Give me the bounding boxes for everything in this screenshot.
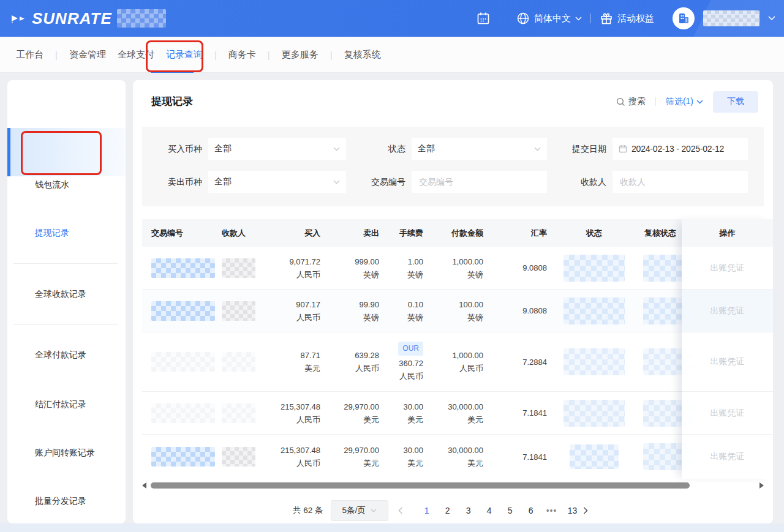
sidebar-divider bbox=[13, 263, 118, 264]
masked-status bbox=[564, 298, 625, 324]
payment-voucher-link[interactable]: 出账凭证 bbox=[710, 263, 745, 274]
scroll-left-arrow-icon[interactable] bbox=[142, 482, 146, 489]
payee-input[interactable] bbox=[619, 176, 742, 187]
buy-currency-select[interactable]: 全部 bbox=[208, 138, 346, 160]
page-button-3[interactable]: 3 bbox=[458, 506, 479, 515]
table-row[interactable]: 87.71美元 639.28人民币 OUR 360.72人民币 1,000.00… bbox=[142, 332, 764, 392]
masked-payee bbox=[222, 352, 255, 372]
page-button-6[interactable]: 6 bbox=[521, 506, 541, 515]
nav-separator: | bbox=[55, 50, 58, 60]
chevron-down-icon bbox=[534, 147, 541, 151]
page-size-select[interactable]: 5条/页 bbox=[331, 500, 388, 521]
rate-value: 9.0808 bbox=[488, 304, 551, 317]
masked-payee bbox=[222, 258, 255, 278]
sidebar-divider bbox=[13, 324, 118, 325]
language-switcher[interactable]: 简体中文 bbox=[516, 12, 582, 25]
page-button-2[interactable]: 2 bbox=[437, 506, 458, 515]
app-window: SUNRATE 简体中文 bbox=[0, 0, 784, 532]
nav-tab-more-services[interactable]: 更多服务 bbox=[282, 49, 318, 61]
payment-voucher-link[interactable]: 出账凭证 bbox=[710, 305, 745, 317]
col-sell: 卖出 bbox=[325, 228, 383, 239]
table-row[interactable]: 9,071.72人民币 999.00英镑 1.00英镑 1,000.00英镑 9… bbox=[142, 247, 764, 290]
primary-nav: 工作台 | 资金管理 全球支付 记录查询 | 商务卡 | 更多服务 | 复核系统 bbox=[0, 37, 784, 73]
building-icon bbox=[677, 12, 690, 25]
pagination: 共 62 条 5条/页 1 2 3 4 5 6 ••• 13 bbox=[293, 501, 601, 520]
calendar-icon bbox=[476, 11, 491, 26]
page-button-1[interactable]: 1 bbox=[417, 506, 437, 515]
company-avatar[interactable] bbox=[673, 7, 695, 29]
nav-tab-funds[interactable]: 资金管理 bbox=[69, 49, 106, 61]
masked-status bbox=[570, 444, 619, 469]
transaction-no-input-wrap bbox=[412, 171, 547, 193]
page-button-5[interactable]: 5 bbox=[500, 506, 521, 515]
brand-suffix-masked bbox=[117, 9, 166, 28]
toolbar-divider bbox=[655, 97, 656, 106]
status-select[interactable]: 全部 bbox=[412, 138, 547, 160]
rate-value: 7.1841 bbox=[488, 451, 551, 463]
next-page-button[interactable] bbox=[583, 507, 601, 514]
masked-transaction-id bbox=[151, 258, 215, 278]
masked-payee bbox=[222, 447, 255, 466]
sell-currency-select[interactable]: 全部 bbox=[208, 171, 346, 193]
chevron-right-icon bbox=[583, 507, 588, 514]
payment-voucher-link[interactable]: 出账凭证 bbox=[710, 408, 745, 419]
page-button-13[interactable]: 13 bbox=[562, 506, 583, 515]
account-chevron-down-icon[interactable] bbox=[768, 16, 775, 21]
page-buttons: 1 2 3 4 5 6 ••• 13 bbox=[398, 506, 601, 515]
calendar-button[interactable] bbox=[476, 11, 491, 26]
logo-arrows-icon bbox=[11, 13, 27, 24]
filter-panel: 买入币种 全部 状态 全部 提交日期 2024-02-13 - 2025-02-… bbox=[142, 127, 764, 206]
more-pages-ellipsis[interactable]: ••• bbox=[541, 506, 562, 515]
buy-currency-label: 买入币种 bbox=[151, 138, 202, 160]
gift-icon bbox=[600, 12, 613, 25]
page-bottom-strip bbox=[0, 523, 784, 532]
nav-tab-workbench[interactable]: 工作台 bbox=[16, 49, 43, 61]
col-fee: 手续费 bbox=[383, 228, 428, 239]
calendar-icon bbox=[619, 144, 627, 153]
globe-icon bbox=[516, 12, 530, 25]
nav-tab-records[interactable]: 记录查询 bbox=[166, 49, 203, 61]
main-panel: 提现记录 搜索 筛选(1) 下载 买入币种 全部 状态 bbox=[133, 80, 773, 523]
benefits-label: 活动权益 bbox=[617, 13, 654, 24]
transaction-no-input[interactable] bbox=[418, 176, 541, 187]
table-row[interactable]: 215,307.48人民币 29,970.00美元 30.00美元 30,000… bbox=[142, 435, 764, 479]
prev-page-button[interactable] bbox=[398, 507, 417, 514]
nav-tab-business-card[interactable]: 商务卡 bbox=[228, 49, 256, 61]
masked-payee bbox=[222, 301, 255, 321]
payment-voucher-link[interactable]: 出账凭证 bbox=[710, 356, 745, 367]
transaction-no-label: 交易编号 bbox=[354, 171, 405, 193]
table-row[interactable]: 215,307.48人民币 29,970.00美元 30.00美元 30,000… bbox=[142, 392, 764, 435]
header-actions: 简体中文 活动权益 bbox=[476, 0, 775, 37]
rate-value: 7.2884 bbox=[488, 356, 551, 369]
masked-transaction-id bbox=[151, 403, 215, 423]
col-payee: 收款人 bbox=[222, 228, 277, 239]
toolbar: 搜索 筛选(1) 下载 bbox=[616, 91, 758, 113]
sidebar-active-indicator bbox=[7, 128, 10, 176]
active-tab-underline bbox=[151, 70, 194, 73]
scrollbar-thumb[interactable] bbox=[151, 482, 690, 489]
brand-name: SUNRATE bbox=[32, 9, 112, 28]
fixed-action-column: 操作 出账凭证 出账凭证 出账凭证 出账凭证 出账凭证 bbox=[682, 219, 773, 479]
submit-date-range-input[interactable]: 2024-02-13 - 2025-02-12 bbox=[612, 138, 748, 160]
sidebar-active-background bbox=[7, 128, 126, 176]
brand-logo[interactable]: SUNRATE bbox=[11, 9, 166, 28]
nav-separator: | bbox=[268, 50, 270, 60]
table-body: 9,071.72人民币 999.00英镑 1.00英镑 1,000.00英镑 9… bbox=[142, 247, 764, 479]
chevron-down-icon bbox=[696, 100, 703, 104]
nav-tab-review-system[interactable]: 复核系统 bbox=[344, 49, 381, 61]
chevron-down-icon bbox=[333, 180, 340, 184]
payment-voucher-link[interactable]: 出账凭证 bbox=[710, 451, 745, 462]
nav-tab-global-payment[interactable]: 全球支付 bbox=[118, 49, 154, 61]
search-button[interactable]: 搜索 bbox=[616, 96, 646, 107]
benefits-button[interactable]: 活动权益 bbox=[600, 12, 654, 25]
col-action: 操作 bbox=[682, 219, 773, 247]
download-button[interactable]: 下载 bbox=[713, 91, 758, 113]
page-button-4[interactable]: 4 bbox=[479, 506, 500, 515]
scroll-right-arrow-icon[interactable] bbox=[760, 482, 764, 489]
sidebar: 钱包流水 提现记录 全球收款记录 全球付款记录 结汇付款记录 账户间转账记录 批… bbox=[7, 80, 126, 523]
header-divider bbox=[590, 13, 591, 23]
chevron-down-icon bbox=[333, 147, 340, 151]
filter-button[interactable]: 筛选(1) bbox=[666, 96, 703, 107]
table-row[interactable]: 907.17人民币 99.90英镑 0.10英镑 100.00英镑 9.0808 bbox=[142, 290, 764, 332]
col-rate: 汇率 bbox=[488, 228, 551, 239]
